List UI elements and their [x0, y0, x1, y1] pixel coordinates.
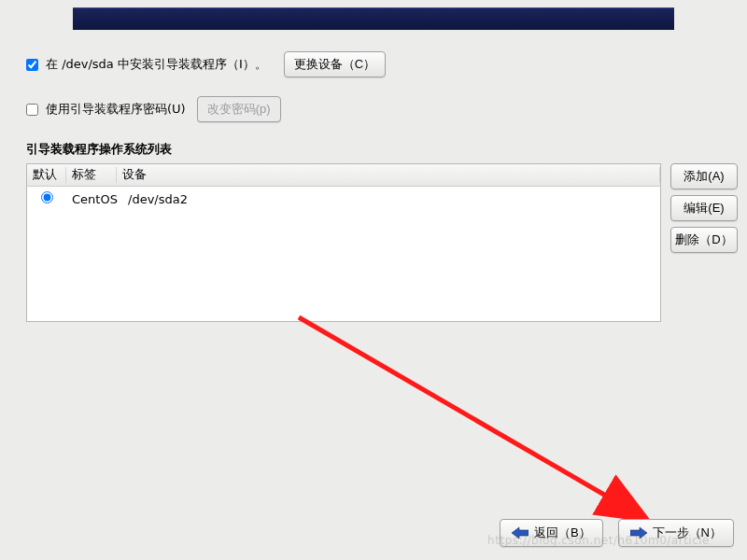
col-label[interactable]: 标签 — [66, 167, 117, 183]
os-table: 默认 标签 设备 CentOS /dev/sda2 — [26, 163, 661, 322]
table-header: 默认 标签 设备 — [27, 164, 660, 187]
delete-button[interactable]: 删除（D） — [670, 227, 738, 253]
table-row[interactable]: CentOS /dev/sda2 — [27, 187, 660, 211]
change-device-button[interactable]: 更换设备（C） — [284, 51, 386, 77]
annotation-arrow — [289, 308, 682, 551]
add-button[interactable]: 添加(A) — [670, 163, 738, 189]
install-bootloader-label: 在 /dev/sda 中安装引导装载程序（I）。 — [46, 56, 267, 73]
install-bootloader-row: 在 /dev/sda 中安装引导装载程序（I）。 更换设备（C） — [26, 51, 740, 77]
edit-button[interactable]: 编辑(E) — [670, 195, 738, 221]
row-device: /dev/sda2 — [122, 192, 660, 206]
use-password-label: 使用引导装载程序密码(U) — [46, 101, 186, 118]
side-buttons: 添加(A) 编辑(E) 删除（D） — [670, 163, 738, 253]
os-list-title: 引导装载程序操作系统列表 — [26, 141, 740, 158]
use-password-checkbox[interactable] — [26, 104, 38, 116]
row-default-radio[interactable] — [27, 191, 66, 206]
svg-line-1 — [299, 317, 644, 518]
col-default[interactable]: 默认 — [27, 167, 66, 183]
col-device[interactable]: 设备 — [117, 167, 660, 183]
change-password-button: 改变密码(p) — [197, 96, 281, 122]
install-bootloader-checkbox[interactable] — [26, 59, 38, 71]
default-os-radio[interactable] — [41, 191, 53, 203]
watermark: https://blog.csdn.net/h610m0/article — [487, 534, 710, 547]
use-password-row: 使用引导装载程序密码(U) 改变密码(p) — [26, 96, 740, 122]
header-banner — [73, 7, 674, 30]
row-label: CentOS — [66, 192, 122, 206]
